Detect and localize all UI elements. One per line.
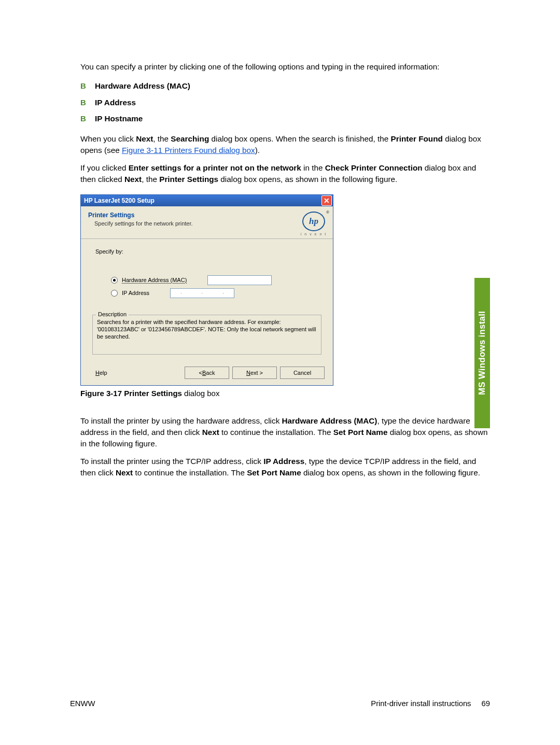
printer-settings-dialog: HP LaserJet 5200 Setup ✕ Printer Setting… [80, 194, 333, 386]
back-button[interactable]: < Back [185, 367, 229, 379]
ip-input[interactable]: ··· [170, 288, 234, 298]
description-text: Searches for a printer with the specifie… [97, 318, 317, 341]
help-button[interactable]: Help [95, 370, 107, 376]
paragraph-next-search: When you click Next, the Searching dialo… [80, 133, 490, 156]
bullet-hostname: IP Hostname [80, 111, 490, 126]
footer-left: ENWW [70, 699, 95, 708]
cancel-button[interactable]: Cancel [280, 367, 325, 379]
intro-text: You can specify a printer by clicking on… [80, 61, 490, 73]
hp-logo-tagline: i n v e n t [300, 232, 328, 236]
bullet-mac: Hardware Address (MAC) [80, 79, 490, 93]
dialog-title: HP LaserJet 5200 Setup [84, 197, 155, 204]
paragraph-install-mac: To install the printer by using the hard… [80, 415, 490, 449]
dialog-titlebar: HP LaserJet 5200 Setup ✕ [81, 195, 333, 206]
bullet-ip: IP Address [80, 95, 490, 110]
page-number: 69 [482, 699, 490, 708]
hp-logo-icon: hp [302, 212, 325, 231]
radio-row-mac: Hardware Address (MAC) [95, 275, 321, 285]
paragraph-enter-settings: If you clicked Enter settings for a prin… [80, 162, 490, 185]
radio-ip-label[interactable]: IP Address [122, 290, 149, 296]
dialog-header: Printer Settings Specify settings for th… [81, 206, 333, 239]
radio-mac[interactable] [111, 277, 118, 284]
footer-right: Print-driver install instructions69 [371, 699, 490, 708]
section-tab: MS Windows install [474, 278, 490, 428]
next-button[interactable]: Next > [232, 367, 277, 379]
close-icon[interactable]: ✕ [321, 195, 332, 206]
mac-input[interactable] [207, 275, 272, 285]
dialog-header-title: Printer Settings [88, 212, 193, 219]
paragraph-install-ip: To install the printer using the TCP/IP … [80, 456, 490, 479]
figure-caption: Figure 3-17 Printer Settings dialog box [80, 389, 490, 398]
registered-icon: ® [326, 210, 329, 215]
description-fieldset: Description Searches for a printer with … [92, 315, 321, 355]
hp-logo: ® hp i n v e n t [300, 212, 328, 234]
radio-row-ip: IP Address ··· [95, 288, 321, 298]
dialog-footer: Help < Back Next > Cancel [81, 361, 333, 385]
dialog-body: Specify by: Hardware Address (MAC) IP Ad… [81, 239, 333, 361]
options-list: Hardware Address (MAC) IP Address IP Hos… [80, 79, 490, 126]
radio-ip[interactable] [111, 290, 118, 297]
specify-by-label: Specify by: [95, 248, 321, 255]
radio-mac-label[interactable]: Hardware Address (MAC) [122, 277, 187, 283]
xref-printers-found[interactable]: Figure 3-11 Printers Found dialog box [122, 146, 255, 154]
page-footer: ENWW Print-driver install instructions69 [70, 699, 490, 708]
dialog-header-subtitle: Specify settings for the network printer… [88, 220, 193, 227]
section-tab-label: MS Windows install [477, 311, 487, 395]
description-legend: Description [96, 311, 129, 317]
